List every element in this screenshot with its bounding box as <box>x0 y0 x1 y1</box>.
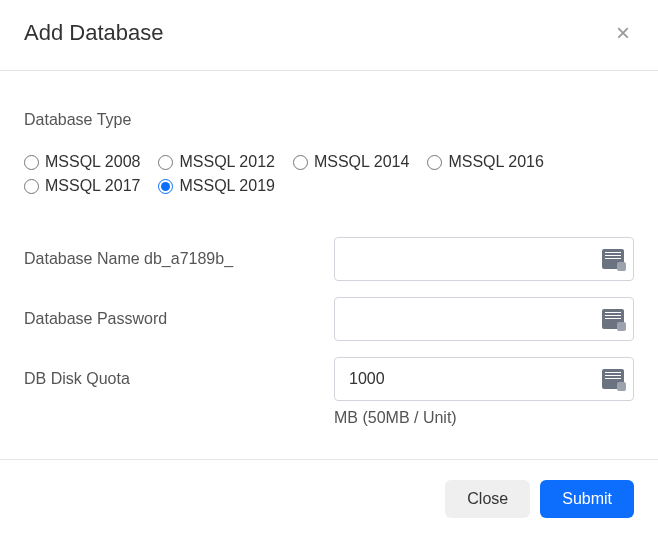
radio-input-mssql-2012[interactable] <box>158 155 173 170</box>
radio-input-mssql-2014[interactable] <box>293 155 308 170</box>
db-disk-quota-input-wrapper <box>334 357 634 401</box>
radio-mssql-2008[interactable]: MSSQL 2008 <box>24 153 140 171</box>
database-name-input[interactable] <box>334 237 634 281</box>
database-type-label: Database Type <box>24 111 634 129</box>
modal-footer: Close Submit <box>0 459 658 538</box>
radio-mssql-2017[interactable]: MSSQL 2017 <box>24 177 140 195</box>
radio-label: MSSQL 2012 <box>179 153 274 171</box>
radio-label: MSSQL 2019 <box>179 177 274 195</box>
radio-mssql-2014[interactable]: MSSQL 2014 <box>293 153 409 171</box>
radio-input-mssql-2016[interactable] <box>427 155 442 170</box>
radio-input-mssql-2019[interactable] <box>158 179 173 194</box>
password-manager-icon[interactable] <box>602 369 624 389</box>
radio-label: MSSQL 2014 <box>314 153 409 171</box>
database-password-input[interactable] <box>334 297 634 341</box>
database-name-input-wrapper <box>334 237 634 281</box>
modal-header: Add Database × <box>0 0 658 71</box>
radio-mssql-2012[interactable]: MSSQL 2012 <box>158 153 274 171</box>
close-button[interactable]: Close <box>445 480 530 518</box>
close-icon[interactable]: × <box>612 21 634 45</box>
radio-input-mssql-2008[interactable] <box>24 155 39 170</box>
db-disk-quota-label: DB Disk Quota <box>24 370 334 388</box>
db-disk-quota-input[interactable] <box>334 357 634 401</box>
radio-label: MSSQL 2008 <box>45 153 140 171</box>
database-password-row: Database Password <box>24 297 634 341</box>
radio-label: MSSQL 2017 <box>45 177 140 195</box>
radio-label: MSSQL 2016 <box>448 153 543 171</box>
database-password-input-wrapper <box>334 297 634 341</box>
quota-helper-text: MB (50MB / Unit) <box>334 409 634 427</box>
password-manager-icon[interactable] <box>602 309 624 329</box>
database-name-label: Database Name db_a7189b_ <box>24 250 334 268</box>
radio-input-mssql-2017[interactable] <box>24 179 39 194</box>
password-manager-icon[interactable] <box>602 249 624 269</box>
submit-button[interactable]: Submit <box>540 480 634 518</box>
modal-body: Database Type MSSQL 2008 MSSQL 2012 MSSQ… <box>0 71 658 451</box>
modal-title: Add Database <box>24 20 163 46</box>
database-type-radio-group: MSSQL 2008 MSSQL 2012 MSSQL 2014 MSSQL 2… <box>24 153 634 201</box>
database-password-label: Database Password <box>24 310 334 328</box>
radio-mssql-2016[interactable]: MSSQL 2016 <box>427 153 543 171</box>
db-disk-quota-row: DB Disk Quota <box>24 357 634 401</box>
database-name-row: Database Name db_a7189b_ <box>24 237 634 281</box>
radio-mssql-2019[interactable]: MSSQL 2019 <box>158 177 274 195</box>
